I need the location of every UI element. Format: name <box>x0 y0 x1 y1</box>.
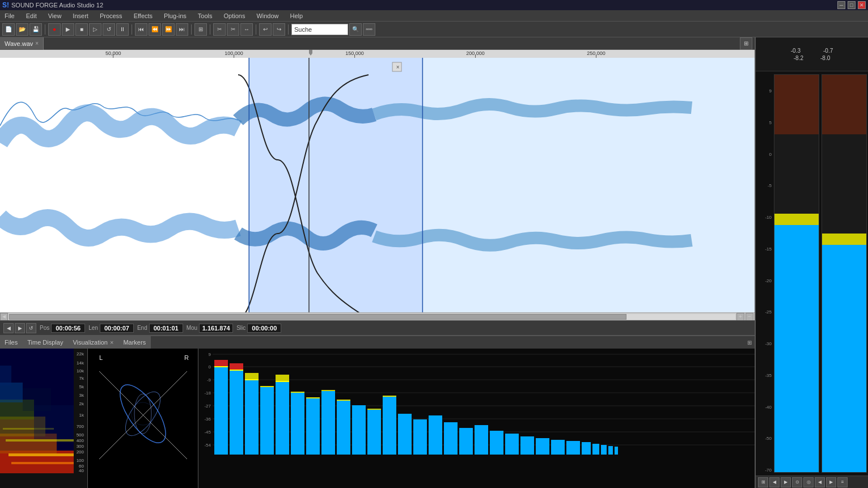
bottom-tb-4[interactable]: ⊙ <box>792 477 802 487</box>
svg-rect-93 <box>276 375 289 381</box>
search-input[interactable] <box>291 24 348 35</box>
visualization-tab[interactable]: Visualization × <box>68 336 118 349</box>
svg-rect-91 <box>260 386 274 387</box>
bottom-tb-7[interactable]: ▶ <box>826 477 836 487</box>
svg-rect-49 <box>6 439 74 442</box>
wave-tab-close[interactable]: × <box>35 40 39 46</box>
scrollbar-thumb[interactable] <box>9 314 626 320</box>
toolbar-sep-1 <box>45 24 45 35</box>
maximize-button[interactable]: □ <box>848 1 856 9</box>
svg-text:500: 500 <box>77 432 84 438</box>
open-button[interactable]: 📂 <box>16 23 28 36</box>
main-area: Wave.wav × ⊞ 50,000 100,000 150,000 200,… <box>0 37 868 488</box>
svg-rect-12 <box>0 58 249 312</box>
redo-button[interactable]: ↪ <box>273 23 285 36</box>
svg-text:200: 200 <box>77 449 84 455</box>
svg-text:300: 300 <box>77 444 84 449</box>
bottom-tb-8[interactable]: ≡ <box>837 477 848 487</box>
search-opts-button[interactable]: ∞∞ <box>363 23 375 36</box>
menu-view[interactable]: View <box>46 12 64 19</box>
waveform-container[interactable]: × <box>0 58 755 312</box>
menu-options[interactable]: Options <box>222 12 248 19</box>
menu-file[interactable]: File <box>2 12 17 19</box>
menu-help[interactable]: Help <box>288 12 306 19</box>
fast-back-button[interactable]: ⏪ <box>149 23 161 36</box>
left-vu-red-zone <box>774 75 819 134</box>
scroll-left-button[interactable]: ◀ <box>0 313 8 321</box>
scrollbar-track[interactable] <box>9 314 735 320</box>
svg-rect-87 <box>245 380 259 455</box>
toolbar-sep-6 <box>288 24 289 35</box>
wave-tab[interactable]: Wave.wav × <box>0 37 44 50</box>
menu-process[interactable]: Process <box>98 12 125 19</box>
bottom-tb-3[interactable]: ▶ <box>781 477 791 487</box>
rewind-button[interactable]: ⏮ <box>135 23 147 36</box>
visualization-tab-close[interactable]: × <box>110 339 113 346</box>
vu-panel: -0.3 -0.7 -8.2 -8.0 9 5 0 -5 -10 -15 -20… <box>755 37 868 488</box>
play-sel-button[interactable]: ▷ <box>89 23 101 36</box>
end-button[interactable]: ⏭ <box>176 23 188 36</box>
spectrogram-panel: 22k 14k 10k 7k 5k 3k 2k 1k 700 500 400 3… <box>0 349 88 488</box>
pos-label: Pos <box>40 325 49 331</box>
trim2-button[interactable]: ✂ <box>227 23 239 36</box>
svg-text:×: × <box>396 64 400 70</box>
bottom-tb-6[interactable]: ◀ <box>815 477 825 487</box>
loop-button[interactable]: ↺ <box>103 23 115 36</box>
vu-scale-5: 5 <box>757 120 772 125</box>
menu-window[interactable]: Window <box>254 12 281 19</box>
pause-button[interactable]: ⏸ <box>116 23 129 36</box>
undo-button[interactable]: ↩ <box>259 23 272 36</box>
search-button[interactable]: 🔍 <box>349 23 362 36</box>
vu-peak-row: -0.3 -0.7 <box>791 48 833 54</box>
trim-button[interactable]: ✂ <box>213 23 226 36</box>
save-button[interactable]: 💾 <box>29 23 42 36</box>
svg-rect-83 <box>214 366 228 367</box>
record-button[interactable]: ● <box>48 23 61 36</box>
panel-settings-button[interactable]: ⊞ <box>744 336 755 349</box>
end-value: 00:01:01 <box>149 324 183 333</box>
svg-rect-94 <box>276 381 289 382</box>
menu-tools[interactable]: Tools <box>196 12 215 19</box>
svg-text:100,000: 100,000 <box>225 50 243 56</box>
time-display-tab[interactable]: Time Display <box>23 336 68 349</box>
svg-text:9: 9 <box>209 352 211 357</box>
minimize-button[interactable]: ─ <box>837 1 845 9</box>
bottom-tb-5[interactable]: ◎ <box>803 477 814 487</box>
menu-plugins[interactable]: Plug-ins <box>162 12 189 19</box>
svg-rect-103 <box>352 405 366 455</box>
transport-loop[interactable]: ↺ <box>26 323 36 333</box>
vu-scale-n5: -5 <box>757 183 772 188</box>
close-button[interactable]: ✕ <box>858 1 866 9</box>
menu-insert[interactable]: Insert <box>70 12 91 19</box>
svg-text:0: 0 <box>209 364 211 370</box>
loop2-button[interactable]: ↔ <box>240 23 253 36</box>
bottom-tb-1[interactable]: ⊞ <box>758 477 768 487</box>
menu-edit[interactable]: Edit <box>24 12 39 19</box>
right-vu-red-zone <box>822 75 866 134</box>
play-button[interactable]: ▶ <box>62 23 74 36</box>
bottom-tb-2[interactable]: ◀ <box>769 477 780 487</box>
transport-right[interactable]: ▶ <box>15 323 25 333</box>
len-field: Len 00:00:07 <box>88 324 134 333</box>
spectrum-panel: 9 0 -9 -18 -27 -36 -45 <box>198 349 755 488</box>
svg-rect-115 <box>505 434 519 455</box>
hscrollbar[interactable]: ◀ + − <box>0 312 755 320</box>
zoom-out-button[interactable]: − <box>746 313 753 321</box>
markers-tab[interactable]: Markers <box>118 336 151 349</box>
pos-value: 00:00:56 <box>51 324 85 333</box>
snap-button[interactable]: ⊞ <box>194 23 207 36</box>
new-button[interactable]: 📄 <box>2 23 15 36</box>
zoom-in-button[interactable]: + <box>736 313 744 321</box>
vu-scale-0: 0 <box>757 152 772 157</box>
toolbar-sep-5 <box>256 24 256 35</box>
transport-left[interactable]: ◀ <box>3 323 14 333</box>
toolbar: 📄 📂 💾 ● ▶ ■ ▷ ↺ ⏸ ⏮ ⏪ ⏩ ⏭ ⊞ ✂ ✂ ↔ ↩ ↪ 🔍 … <box>0 22 868 37</box>
stop-button[interactable]: ■ <box>75 23 88 36</box>
menu-effects[interactable]: Effects <box>132 12 155 19</box>
maximize-wave-button[interactable]: ⊞ <box>740 37 752 50</box>
svg-text:5k: 5k <box>79 384 84 389</box>
toolbar-sep-2 <box>132 24 132 35</box>
svg-rect-105 <box>367 409 381 410</box>
fast-fwd-button[interactable]: ⏩ <box>162 23 175 36</box>
files-tab[interactable]: Files <box>0 336 23 349</box>
